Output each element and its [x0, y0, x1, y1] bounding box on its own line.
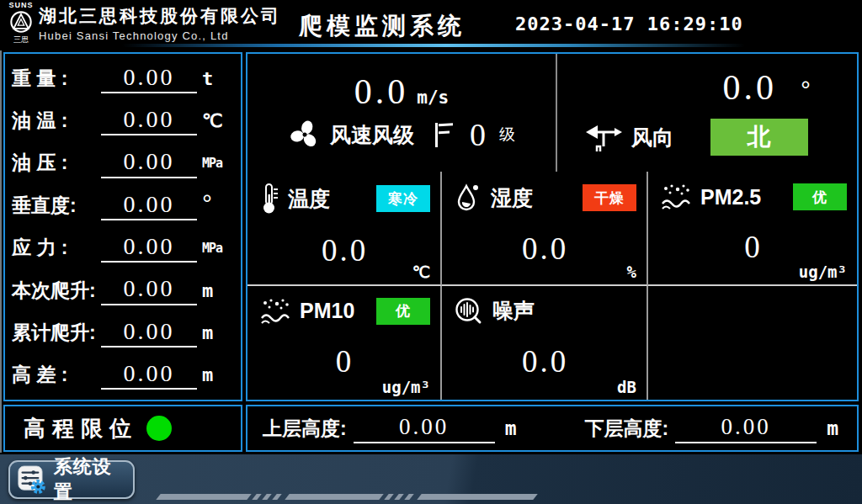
pm10-cell: PM10 优 0 ug/m³: [247, 286, 442, 401]
noise-value: 0.0: [454, 343, 636, 379]
pm10-value: 0: [259, 343, 430, 379]
pm25-status-badge: 优: [793, 183, 847, 210]
dust-icon: [259, 296, 291, 326]
pm25-unit: ug/m³: [799, 263, 847, 281]
logo-suns-text: SUNS: [7, 1, 35, 9]
header: SUNS 三思 湖北三思科技股份有限公司 Hubei Sansi Technol…: [0, 0, 862, 44]
row-current-climb: 本次爬升: 0.00 m: [12, 269, 234, 311]
datetime-display: 2023-04-17 16:29:10: [515, 13, 743, 34]
row-total-climb: 累计爬升: 0.00 m: [12, 311, 234, 353]
pm25-header: PM2.5 优: [660, 182, 847, 212]
system-settings-button[interactable]: 系统设置: [8, 460, 135, 499]
row-stress: 应 力 : 0.00 MPa: [12, 227, 234, 269]
elevation-limit-label: 高程限位: [24, 414, 138, 443]
weight-unit: t: [202, 68, 234, 89]
humidity-cell: 湿度 干燥 0.0 %: [442, 172, 648, 286]
empty-cell: [648, 286, 857, 401]
upper-height-unit: m: [505, 417, 517, 439]
verticality-label: 垂直度:: [12, 193, 99, 219]
pm25-label: PM2.5: [700, 185, 761, 210]
lower-height-label: 下层高度:: [584, 416, 668, 442]
thermometer-icon: [259, 182, 279, 215]
droplet-icon: [454, 182, 482, 214]
wind-speed-value: 0.0: [354, 74, 409, 109]
pm25-value: 0: [660, 229, 847, 265]
oil-temperature-value: 0.00: [101, 106, 197, 135]
wind-level-value: 0: [470, 119, 486, 151]
humidity-unit: %: [627, 263, 636, 281]
footer-decorative-stripes: [158, 494, 535, 500]
oil-temperature-label: 油 温 :: [12, 108, 99, 134]
total-climb-label: 累计爬升:: [12, 320, 99, 346]
current-climb-unit: m: [202, 280, 234, 301]
logo-sansi-text: 三思: [7, 34, 35, 45]
height-difference-value: 0.00: [101, 360, 197, 390]
verticality-value: 0.00: [101, 191, 197, 220]
weight-value: 0.00: [101, 64, 197, 93]
row-verticality: 垂直度: 0.00 °: [12, 184, 234, 226]
company-name-cn: 湖北三思科技股份有限公司: [39, 4, 281, 28]
elevation-limit-indicator: [146, 416, 172, 441]
row-height-difference: 高 差 : 0.00 m: [12, 354, 234, 396]
page-title: 爬模监测系统: [299, 10, 466, 42]
environment-panel: 0.0 m/s 风速风级 0: [246, 52, 859, 401]
temperature-label: 温度: [288, 185, 330, 213]
wind-speed-block: 0.0 m/s 风速风级 0: [247, 54, 557, 172]
wind-level-unit: 级: [499, 124, 515, 146]
wind-speed-unit: m/s: [417, 88, 449, 108]
sensor-grid: 温度 寒冷 0.0 ℃ 湿度 干燥 0.0 %: [247, 172, 857, 400]
stress-value: 0.00: [101, 233, 197, 263]
wind-vane-icon: [584, 120, 623, 154]
company-name-en: Hubei Sansi Technology Co., Ltd: [39, 29, 281, 42]
humidity-label: 湿度: [491, 184, 533, 212]
fan-icon: [288, 118, 322, 151]
oil-pressure-value: 0.00: [101, 148, 197, 178]
wind-direction-label: 风向: [631, 124, 673, 151]
pm10-unit: ug/m³: [382, 378, 430, 396]
total-climb-value: 0.00: [101, 318, 197, 347]
header-divider-line: [122, 44, 745, 47]
measurements-panel: 重 量 : 0.00 t 油 温 : 0.00 ℃ 油 压 : 0.00 MPa…: [3, 52, 242, 401]
current-climb-value: 0.00: [101, 275, 197, 305]
wind-speed-label: 风速风级: [330, 121, 414, 149]
oil-pressure-label: 油 压 :: [12, 150, 99, 176]
pm10-status-badge: 优: [376, 298, 430, 325]
weight-label: 重 量 :: [12, 66, 99, 92]
screen-edge-line: [0, 50, 2, 453]
wind-direction-value-line: 0.0 °: [557, 70, 857, 110]
oil-temperature-unit: ℃: [202, 110, 234, 131]
total-climb-unit: m: [202, 322, 234, 343]
upper-height-value: 0.00: [354, 414, 495, 443]
pm25-cell: PM2.5 优 0 ug/m³: [648, 172, 857, 286]
current-climb-label: 本次爬升:: [12, 278, 99, 304]
dust-icon: [660, 182, 692, 212]
wind-level-line: 风速风级 0 级: [247, 118, 556, 151]
pm10-label: PM10: [300, 299, 354, 323]
temperature-value: 0.0: [259, 232, 430, 268]
wind-section: 0.0 m/s 风速风级 0: [247, 54, 857, 172]
noise-unit: dB: [617, 378, 636, 396]
row-oil-temperature: 油 温 : 0.00 ℃: [12, 99, 234, 141]
footer-bar: 系统设置: [0, 454, 862, 504]
temperature-header: 温度 寒冷: [259, 182, 430, 215]
temperature-unit: ℃: [412, 263, 430, 281]
row-weight: 重 量 : 0.00 t: [12, 57, 234, 99]
humidity-value: 0.0: [454, 231, 636, 267]
settings-button-label: 系统设置: [54, 454, 126, 504]
row-oil-pressure: 油 压 : 0.00 MPa: [12, 142, 234, 184]
humidity-header: 湿度 干燥: [454, 182, 636, 214]
upper-height-label: 上层高度:: [263, 416, 347, 442]
temperature-status-badge: 寒冷: [376, 185, 430, 212]
temperature-cell: 温度 寒冷 0.0 ℃: [247, 172, 442, 286]
settings-sliders-gear-icon: [17, 464, 47, 496]
humidity-status-badge: 干燥: [583, 184, 636, 211]
sansi-logo-icon: [8, 9, 34, 34]
wind-speed-value-line: 0.0 m/s: [247, 74, 556, 109]
verticality-unit: °: [202, 196, 234, 211]
height-difference-label: 高 差 :: [12, 362, 99, 388]
wind-direction-value: 0.0: [723, 70, 778, 105]
noise-cell: 噪声 0.0 dB: [442, 286, 648, 401]
noise-detector-icon: [454, 296, 484, 326]
wind-direction-line: 风向 北: [557, 119, 857, 156]
oil-pressure-unit: MPa: [202, 156, 234, 171]
